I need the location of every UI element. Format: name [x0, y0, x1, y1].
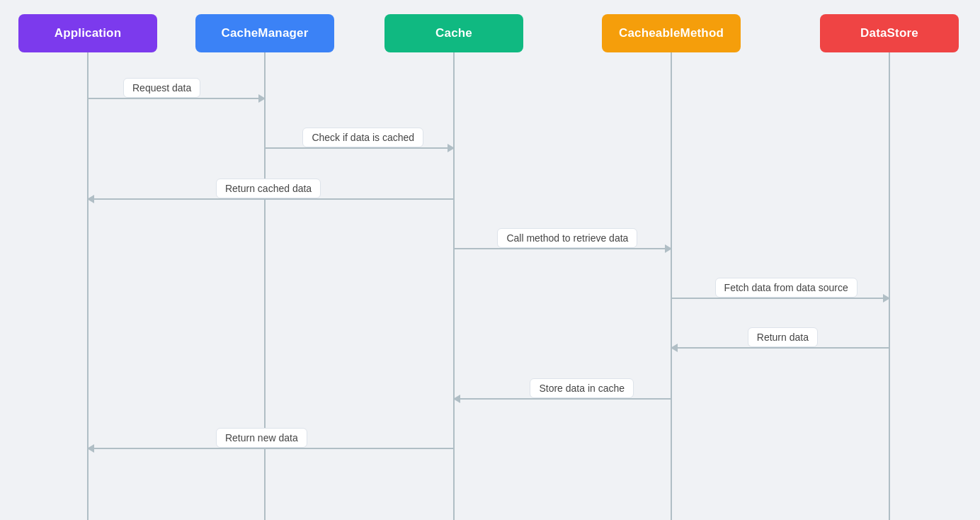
lifeline-cacheablemethod [671, 52, 672, 520]
arrow-msg8 [88, 448, 454, 449]
arrow-msg4 [454, 248, 671, 249]
lifeline-datastore [889, 52, 890, 520]
actor-datastore: DataStore [820, 14, 959, 52]
label-msg7: Store data in cache [530, 378, 634, 398]
lifeline-cache [453, 52, 455, 520]
arrow-msg5 [671, 298, 889, 299]
arrow-msg1 [88, 98, 265, 99]
label-msg4: Call method to retrieve data [497, 228, 637, 248]
actor-application: Application [18, 14, 157, 52]
actor-cachemanager: CacheManager [195, 14, 334, 52]
label-msg2: Check if data is cached [302, 128, 423, 147]
sequence-diagram: ApplicationCacheManagerCacheCacheableMet… [0, 0, 980, 520]
label-msg5: Fetch data from data source [715, 278, 858, 298]
label-msg1: Request data [123, 78, 200, 98]
actor-cacheablemethod: CacheableMethod [602, 14, 741, 52]
label-msg8: Return new data [216, 428, 307, 448]
arrow-msg7 [454, 398, 671, 400]
label-msg6: Return data [748, 327, 818, 347]
lifeline-cachemanager [264, 52, 266, 520]
arrow-msg2 [265, 147, 454, 149]
arrow-msg3 [88, 198, 454, 200]
arrow-msg6 [671, 347, 889, 349]
actor-cache: Cache [384, 14, 523, 52]
label-msg3: Return cached data [216, 179, 321, 198]
